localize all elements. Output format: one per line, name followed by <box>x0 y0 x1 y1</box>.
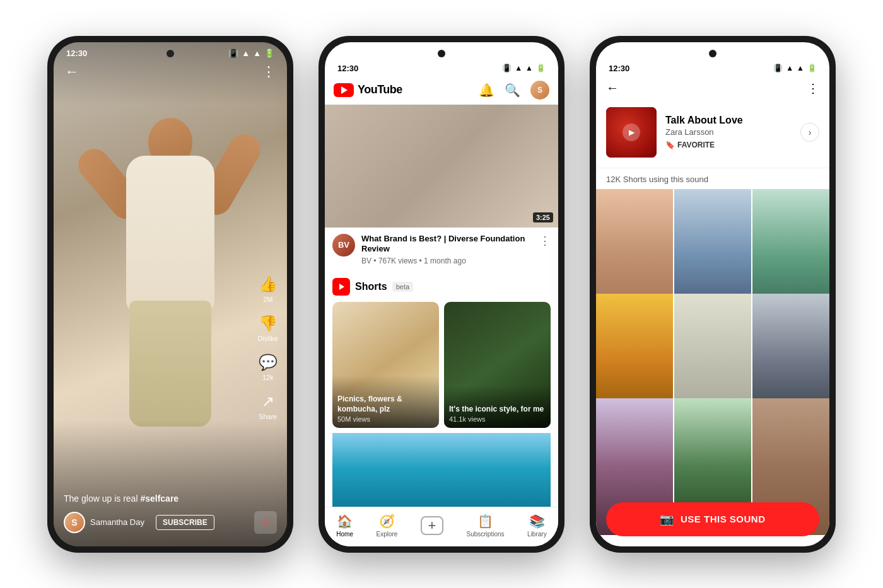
nav-home[interactable]: 🏠 Home <box>336 514 353 538</box>
vibrate-icon: 📳 <box>773 64 783 72</box>
sound-artist: Zara Larsson <box>665 127 792 137</box>
home-icon: 🏠 <box>337 514 353 529</box>
use-this-sound-button[interactable]: 📷 USE THIS SOUND <box>606 502 819 536</box>
dislike-action[interactable]: 👎 Dislike <box>258 314 278 342</box>
camera-notch <box>709 50 716 57</box>
short-card-2[interactable]: It's the iconic style, for me 41.1k view… <box>444 302 551 428</box>
short-thumbnail-2: It's the iconic style, for me 41.1k view… <box>444 302 551 428</box>
short-overlay-2: It's the iconic style, for me 41.1k view… <box>444 386 551 429</box>
comment-action[interactable]: 💬 12k <box>259 354 278 381</box>
status-icons: 📳 ▲ ▲ 🔋 <box>773 64 817 72</box>
shorts-bottom-info: The glow up is real #selfcare S Samantha… <box>54 485 287 546</box>
explore-icon: 🧭 <box>379 514 395 529</box>
sound-title: Talk About Love <box>665 115 792 126</box>
music-icon-button[interactable]: ♫ <box>254 511 277 534</box>
next-button[interactable]: › <box>800 123 819 142</box>
sound-page-header: ← ⋮ <box>596 76 829 101</box>
sound-usage-count: 12K Shorts using this sound <box>596 168 829 189</box>
more-options-button[interactable]: ⋮ <box>807 81 819 96</box>
wifi-icon: ▲ <box>786 64 793 72</box>
phone-sound-page: 12:30 📳 ▲ ▲ 🔋 ← ⋮ ▶ Ta <box>590 36 836 553</box>
nav-library[interactable]: 📚 Library <box>527 514 547 538</box>
subscriptions-label: Subscriptions <box>467 531 505 538</box>
body <box>126 156 214 313</box>
short-overlay-1: Picnics, flowers & kombucha, plz 50M vie… <box>332 376 439 428</box>
camera-icon: 📷 <box>660 512 674 526</box>
short-caption-2: It's the iconic style, for me <box>449 405 546 415</box>
comment-count: 12k <box>262 374 274 381</box>
status-icons: 📳 ▲ ▲ 🔋 <box>502 64 546 72</box>
scroll-area: 3:25 BV What Brand is Best? | Diverse Fo… <box>325 105 558 507</box>
shorts-top-nav: ← ⋮ <box>54 42 287 86</box>
nav-add[interactable]: + <box>421 516 443 535</box>
library-icon: 📚 <box>529 514 545 529</box>
pool-image <box>332 433 551 506</box>
username: Samantha Day <box>90 517 144 527</box>
bookmark-icon: 🔖 <box>665 141 675 149</box>
shorts-user: S Samantha Day SUBSCRIBE <box>64 512 214 533</box>
more-options-icon[interactable]: ⋮ <box>262 64 276 80</box>
thumbnail-image <box>325 105 558 228</box>
sound-metadata: Talk About Love Zara Larsson 🔖 FAVORITE <box>665 115 792 149</box>
favorite-label: FAVORITE <box>677 141 715 149</box>
channel-avatar[interactable]: BV <box>332 234 355 257</box>
pool-thumbnail[interactable] <box>332 433 551 506</box>
phone-shorts-viewer: 12:30 📳 ▲ ▲ 🔋 ← ⋮ 👍 2M 👎 Dislike <box>47 36 293 553</box>
battery-icon: 🔋 <box>807 64 817 72</box>
back-icon[interactable]: ← <box>65 64 79 80</box>
status-time: 12:30 <box>337 64 358 73</box>
favorite-button[interactable]: 🔖 FAVORITE <box>665 141 792 149</box>
dislike-icon: 👎 <box>259 314 278 332</box>
vibrate-icon: 📳 <box>502 64 512 72</box>
explore-label: Explore <box>377 531 398 538</box>
shorts-title: Shorts <box>355 281 387 292</box>
shorts-hashtag[interactable]: #selfcare <box>140 493 178 504</box>
more-options-icon[interactable]: ⋮ <box>539 234 551 248</box>
search-icon[interactable]: 🔍 <box>505 83 520 98</box>
subscriptions-icon: 📋 <box>477 514 493 529</box>
header-icons: 🔔 🔍 S <box>479 81 549 100</box>
user-avatar[interactable]: S <box>530 81 549 100</box>
shorts-grid: Picnics, flowers & kombucha, plz 50M vie… <box>332 302 551 428</box>
status-time: 12:30 <box>609 64 629 73</box>
video-thumbnail[interactable]: 3:25 <box>325 105 558 228</box>
use-sound-bar: 📷 USE THIS SOUND <box>606 502 819 536</box>
short-views-2: 41.1k views <box>449 415 546 423</box>
short-card-1[interactable]: Picnics, flowers & kombucha, plz 50M vie… <box>332 302 439 428</box>
library-label: Library <box>527 531 547 538</box>
pants <box>129 301 211 427</box>
youtube-content: 12:30 📳 ▲ ▲ 🔋 YouTube 🔔 🔍 S <box>325 42 558 546</box>
use-sound-label: USE THIS SOUND <box>681 514 766 524</box>
video-info-row: BV What Brand is Best? | Diverse Foundat… <box>325 228 558 272</box>
video-title[interactable]: What Brand is Best? | Diverse Foundation… <box>361 234 533 255</box>
share-action[interactable]: ↗ Share <box>259 393 277 420</box>
camera-notch <box>167 50 174 57</box>
video-card: 3:25 BV What Brand is Best? | Diverse Fo… <box>325 105 558 272</box>
youtube-logo: YouTube <box>334 83 402 97</box>
nav-explore[interactable]: 🧭 Explore <box>377 514 398 538</box>
status-bar: 12:30 📳 ▲ ▲ 🔋 <box>596 64 829 76</box>
share-label: Share <box>259 413 277 420</box>
subscribe-button[interactable]: SUBSCRIBE <box>156 515 214 530</box>
notification-icon[interactable]: 🔔 <box>479 83 494 98</box>
video-duration: 3:25 <box>533 212 553 222</box>
signal-icon: ▲ <box>525 64 533 72</box>
short-views-1: 50M views <box>337 415 434 423</box>
bottom-navigation: 🏠 Home 🧭 Explore + 📋 Subscriptions <box>325 507 558 546</box>
video-meta: What Brand is Best? | Diverse Foundation… <box>361 234 533 266</box>
back-button[interactable]: ← <box>606 81 619 95</box>
youtube-logo-icon <box>334 83 354 97</box>
play-button[interactable]: ▶ <box>623 124 640 141</box>
sound-thumbnail[interactable]: ▶ <box>606 107 657 158</box>
youtube-header: YouTube 🔔 🔍 S <box>325 76 558 105</box>
add-button[interactable]: + <box>421 516 443 535</box>
wifi-icon: ▲ <box>515 64 522 72</box>
sound-page-content: 12:30 📳 ▲ ▲ 🔋 ← ⋮ ▶ Ta <box>596 42 829 546</box>
camera-notch <box>438 50 445 57</box>
nav-subscriptions[interactable]: 📋 Subscriptions <box>467 514 505 538</box>
shorts-beta-label: beta <box>392 282 413 292</box>
short-thumbnail-1: Picnics, flowers & kombucha, plz 50M vie… <box>332 302 439 428</box>
like-action[interactable]: 👍 2M <box>259 275 278 303</box>
sound-info-card: ▶ Talk About Love Zara Larsson 🔖 FAVORIT… <box>596 101 829 168</box>
youtube-logo-text: YouTube <box>358 83 402 96</box>
